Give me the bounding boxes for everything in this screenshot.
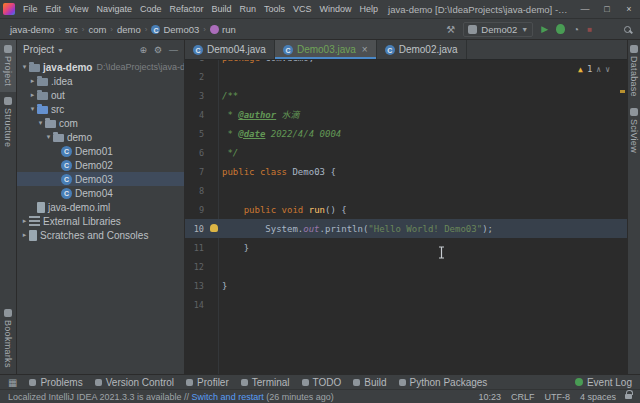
- tree-collapsed-arrow[interactable]: ▸: [20, 217, 29, 225]
- tree-item-demo[interactable]: ▾demo: [17, 130, 184, 144]
- editor-tab-demo03-java[interactable]: Demo03.java×: [275, 40, 377, 59]
- menu-refactor[interactable]: Refactor: [165, 4, 207, 14]
- line-number[interactable]: 2: [185, 72, 210, 82]
- toolwindow-button-event-log[interactable]: Event Log: [575, 377, 632, 388]
- toolwindow-button-python-packages[interactable]: Python Packages: [399, 377, 488, 388]
- code-line[interactable]: 11 }: [185, 238, 627, 257]
- locate-file-icon[interactable]: ⊕: [139, 45, 147, 55]
- tool-stripe-database[interactable]: Database: [628, 40, 640, 103]
- menu-tools[interactable]: Tools: [260, 4, 289, 14]
- hide-panel-icon[interactable]: —: [169, 45, 178, 55]
- code-line[interactable]: 5 * @date 2022/4/4 0004: [185, 124, 627, 143]
- tree-expanded-arrow[interactable]: ▾: [36, 119, 45, 127]
- line-number[interactable]: 14: [185, 300, 210, 310]
- code-line[interactable]: 12: [185, 257, 627, 276]
- menu-code[interactable]: Code: [136, 4, 166, 14]
- code-editor[interactable]: 1package com.demo;23/**4 * @author 水滴5 *…: [185, 60, 627, 374]
- code-line[interactable]: 3/**: [185, 86, 627, 105]
- code-line[interactable]: 9 public void run() {: [185, 200, 627, 219]
- breadcrumb-java-demo[interactable]: java-demo: [7, 24, 57, 35]
- prev-warning-icon[interactable]: ∧: [596, 65, 601, 74]
- run-button[interactable]: ▶: [541, 24, 548, 34]
- minimize-button[interactable]: —: [574, 0, 596, 18]
- editor-tab-demo04-java[interactable]: Demo04.java: [185, 40, 275, 59]
- tree-item-demo03[interactable]: Demo03: [17, 172, 184, 186]
- toolwindow-button-profiler[interactable]: Profiler: [186, 377, 229, 388]
- toolwindow-button-build[interactable]: Build: [353, 377, 386, 388]
- menu-view[interactable]: View: [65, 4, 92, 14]
- run-configuration-select[interactable]: Demo02 ▼: [463, 22, 533, 37]
- code-line[interactable]: 14: [185, 295, 627, 314]
- window-layout-icon[interactable]: ▦: [8, 377, 17, 388]
- tree-collapsed-arrow[interactable]: ▸: [28, 91, 37, 99]
- tree-item-external-libraries[interactable]: ▸External Libraries: [17, 214, 184, 228]
- code-line[interactable]: 10 System.out.println("Hello World! Demo…: [185, 219, 627, 238]
- editor-tab-demo02-java[interactable]: Demo02.java: [377, 40, 467, 59]
- tool-stripe-bookmarks[interactable]: Bookmarks: [0, 304, 16, 374]
- next-warning-icon[interactable]: ∨: [605, 65, 610, 74]
- line-number[interactable]: 3: [185, 91, 210, 101]
- close-button[interactable]: ×: [618, 0, 640, 18]
- line-number[interactable]: 4: [185, 110, 210, 120]
- tree-item-com[interactable]: ▾com: [17, 116, 184, 130]
- menu-help[interactable]: Help: [356, 4, 383, 14]
- tree-item-java-demo-iml[interactable]: java-demo.iml: [17, 200, 184, 214]
- code-line[interactable]: 6 */: [185, 143, 627, 162]
- line-number[interactable]: 11: [185, 243, 210, 253]
- code-line[interactable]: 13}: [185, 276, 627, 295]
- tree-item-demo01[interactable]: Demo01: [17, 144, 184, 158]
- tree-item-demo02[interactable]: Demo02: [17, 158, 184, 172]
- code-line[interactable]: 8: [185, 181, 627, 200]
- intention-bulb-icon[interactable]: [210, 224, 218, 232]
- debug-button[interactable]: [556, 24, 565, 34]
- maximize-button[interactable]: □: [596, 0, 618, 18]
- coverage-button[interactable]: ◔: [573, 24, 579, 35]
- breadcrumb-run[interactable]: run: [207, 24, 239, 35]
- file-encoding[interactable]: UTF-8: [544, 392, 570, 402]
- breadcrumb-demo[interactable]: demo: [114, 24, 144, 35]
- menu-vcs[interactable]: VCS: [289, 4, 316, 14]
- toolwindow-button-todo[interactable]: TODO: [302, 377, 342, 388]
- tree-item-out[interactable]: ▸out: [17, 88, 184, 102]
- line-number[interactable]: 10: [185, 224, 210, 234]
- menu-navigate[interactable]: Navigate: [92, 4, 136, 14]
- search-everywhere-button[interactable]: [624, 26, 631, 33]
- tool-stripe-structure[interactable]: Structure: [0, 92, 16, 153]
- tree-item-idea[interactable]: ▸.idea: [17, 74, 184, 88]
- menu-run[interactable]: Run: [235, 4, 260, 14]
- readonly-lock-icon[interactable]: [625, 394, 632, 399]
- tool-stripe-project[interactable]: Project: [0, 40, 16, 92]
- line-number[interactable]: 6: [185, 148, 210, 158]
- line-number[interactable]: 8: [185, 186, 210, 196]
- line-number[interactable]: 9: [185, 205, 210, 215]
- line-number[interactable]: 1: [185, 60, 210, 63]
- tool-stripe-sciview[interactable]: SciView: [628, 103, 640, 159]
- settings-gear-icon[interactable]: ⚙: [154, 45, 162, 55]
- line-number[interactable]: 13: [185, 281, 210, 291]
- close-tab-icon[interactable]: ×: [362, 44, 368, 55]
- tree-item-demo04[interactable]: Demo04: [17, 186, 184, 200]
- menu-edit[interactable]: Edit: [42, 4, 66, 14]
- code-line[interactable]: 4 * @author 水滴: [185, 105, 627, 124]
- tree-expanded-arrow[interactable]: ▾: [20, 63, 29, 71]
- menu-file[interactable]: File: [19, 4, 42, 14]
- line-separator[interactable]: CRLF: [511, 392, 535, 402]
- menu-build[interactable]: Build: [207, 4, 235, 14]
- tree-collapsed-arrow[interactable]: ▸: [20, 231, 29, 239]
- breadcrumb-com[interactable]: com: [85, 24, 109, 35]
- line-number[interactable]: 7: [185, 167, 210, 177]
- menu-window[interactable]: Window: [316, 4, 356, 14]
- tree-expanded-arrow[interactable]: ▾: [44, 133, 53, 141]
- toolwindow-button-problems[interactable]: Problems: [29, 377, 82, 388]
- inspections-widget[interactable]: ▲ 1 ∧ ∨: [575, 63, 613, 75]
- tree-collapsed-arrow[interactable]: ▸: [28, 77, 37, 85]
- build-hammer-icon[interactable]: ⚒: [446, 24, 455, 35]
- tree-expanded-arrow[interactable]: ▾: [28, 105, 37, 113]
- indent-style[interactable]: 4 spaces: [580, 392, 616, 402]
- code-line[interactable]: 2: [185, 67, 627, 86]
- stop-button[interactable]: ■: [587, 25, 592, 34]
- switch-restart-link[interactable]: Switch and restart: [192, 392, 264, 402]
- tree-item-scratches-and-consoles[interactable]: ▸Scratches and Consoles: [17, 228, 184, 242]
- code-line[interactable]: 7public class Demo03 {: [185, 162, 627, 181]
- breadcrumb-demo03[interactable]: Demo03: [148, 24, 202, 35]
